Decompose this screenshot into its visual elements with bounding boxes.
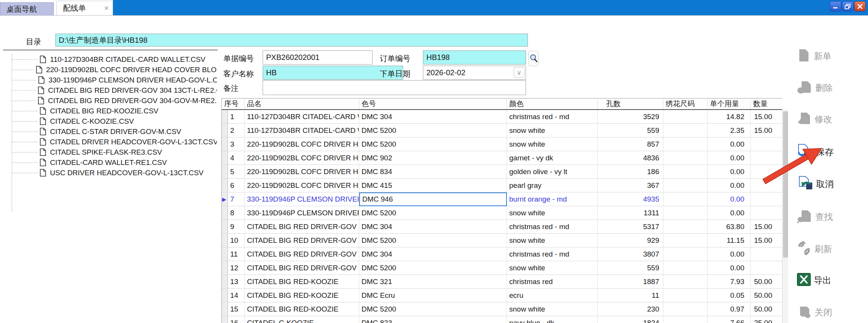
color-cell[interactable]: christmas red - md (507, 247, 598, 261)
color-cell[interactable]: snow white (507, 261, 598, 275)
tree-file-item[interactable]: CITADEL C-KOOZIE.CSV (3, 116, 217, 126)
name-cell[interactable]: 220-119D902BL COFC DRIVER HEAD (245, 179, 359, 192)
minimize-button[interactable] (830, 1, 841, 11)
qty-cell[interactable]: 50.00 (751, 275, 782, 289)
usage-cell[interactable]: 0.00 (708, 261, 751, 275)
name-cell[interactable]: 220-119D902BL COFC DRIVER HEAD (245, 165, 359, 179)
column-header-color[interactable]: 颜色 (507, 99, 598, 109)
holes-cell[interactable]: 559 (598, 124, 663, 137)
usage-cell[interactable]: 7.93 (708, 275, 751, 289)
seq-cell[interactable]: 14 (228, 289, 245, 302)
tab-desktop-nav[interactable]: 桌面导航 (0, 2, 54, 15)
colorno-cell[interactable]: DMC 415 (359, 179, 507, 192)
colorno-cell[interactable]: DMC 5200 (359, 302, 507, 316)
colorno-cell[interactable]: DMC 946 (359, 192, 507, 206)
column-header-colorno[interactable]: 色号 (359, 99, 507, 109)
tree-file-item[interactable]: 330-119D946P CLEMSON DRIVER HEAD-GOV-L.C… (3, 75, 217, 85)
chevron-down-icon[interactable]: ∨ (514, 67, 524, 78)
usage-cell[interactable]: 0.00 (708, 192, 751, 206)
qty-cell[interactable]: 15.00 (751, 110, 782, 124)
tree-file-item[interactable]: CITADEL C-STAR DRIVER-GOV-M.CSV (3, 126, 217, 137)
usage-cell[interactable]: 63.80 (708, 220, 751, 234)
colorno-cell[interactable]: DMC 5200 (359, 234, 507, 247)
table-row[interactable]: 13CITADEL BIG RED-KOOZIEDMC 321christmas… (222, 275, 782, 289)
holes-cell[interactable]: 4836 (598, 151, 663, 165)
close-button[interactable] (854, 1, 866, 11)
embsize-cell[interactable] (663, 165, 708, 179)
doc-no-input[interactable]: PXB260202001 (263, 50, 373, 65)
name-cell[interactable]: CITADEL BIG RED-KOOZIE (245, 302, 359, 316)
tree-file-item[interactable]: CITADEL DRIVER HEADCOVER-GOV-L-13CT.CSV (3, 137, 217, 147)
holes-cell[interactable]: 929 (598, 234, 663, 247)
usage-cell[interactable]: 0.00 (708, 137, 751, 151)
seq-cell[interactable]: 9 (228, 220, 245, 234)
usage-cell[interactable]: 0.00 (708, 151, 751, 165)
holes-cell[interactable]: 1824 (598, 316, 663, 323)
tree-file-item[interactable]: USC DRIVER HEADCOVER-GOV-L-13CT.CSV (3, 168, 217, 178)
holes-cell[interactable]: 11 (598, 289, 663, 302)
seq-cell[interactable]: 1 (228, 110, 245, 124)
new-doc-button[interactable]: 新单 (797, 48, 862, 65)
qty-cell[interactable] (751, 179, 782, 192)
colorno-cell[interactable]: DMC Ecru (359, 289, 507, 302)
cancel-button[interactable]: 取消 (797, 176, 862, 192)
seq-cell[interactable]: 7 (228, 192, 245, 206)
colorno-cell[interactable]: DMC 321 (359, 275, 507, 289)
tree-file-item[interactable]: CITADEL BIG RED DRIVER-GOV 304-GOV-M-RE2… (3, 95, 217, 106)
qty-cell[interactable]: 50.00 (751, 302, 782, 316)
embsize-cell[interactable] (663, 220, 708, 234)
table-row[interactable]: 12CITADEL BIG RED DRIVER-GOV 304-DMC 520… (222, 261, 782, 275)
delete-button[interactable]: 删除 (797, 79, 862, 96)
embsize-cell[interactable] (663, 179, 708, 192)
seq-cell[interactable]: 4 (228, 151, 245, 165)
column-header-qty[interactable]: 数量 (751, 99, 782, 109)
embsize-cell[interactable] (663, 124, 708, 137)
color-cell[interactable]: christmas red - md (507, 220, 598, 234)
table-row[interactable]: 9CITADEL BIG RED DRIVER-GOV 304DMC 304ch… (222, 220, 782, 234)
usage-cell[interactable]: 0.05 (708, 289, 751, 302)
tab-wiring-list[interactable]: 配线单 × (56, 1, 113, 15)
tree-file-item[interactable]: CITADEL-CARD WALLET-RE1.CSV (3, 157, 217, 168)
table-vertical-scrollbar[interactable] (782, 110, 788, 323)
embsize-cell[interactable] (663, 234, 708, 247)
column-header-usage[interactable]: 单个用量 (708, 99, 751, 109)
embsize-cell[interactable] (663, 137, 708, 151)
seq-cell[interactable]: 8 (228, 206, 245, 220)
color-cell[interactable]: snow white (507, 234, 598, 247)
order-date-combo[interactable]: 2026-02-02 ∨ (423, 66, 526, 80)
find-button[interactable]: 查找 (797, 208, 862, 225)
name-cell[interactable]: 220-119D902BL COFC DRIVER HEAD (245, 137, 359, 151)
table-row[interactable]: 1110-127D304BR CITADEL-CARD WALLETDMC 30… (222, 110, 782, 124)
usage-cell[interactable]: 2.35 (708, 124, 751, 137)
usage-cell[interactable]: 0.00 (708, 165, 751, 179)
qty-cell[interactable] (751, 165, 782, 179)
color-cell[interactable]: golden olive - vy lt (507, 165, 598, 179)
name-cell[interactable]: CITADEL BIG RED DRIVER-GOV 304- (245, 247, 359, 261)
qty-cell[interactable]: 50.00 (751, 289, 782, 302)
embsize-cell[interactable] (663, 247, 708, 261)
qty-cell[interactable] (751, 192, 782, 206)
colorno-cell[interactable]: DMC 834 (359, 165, 507, 179)
remark-input[interactable] (263, 80, 526, 95)
embsize-cell[interactable] (663, 192, 708, 206)
colorno-cell[interactable]: DMC 902 (359, 151, 507, 165)
name-cell[interactable]: 330-119D946P CLEMSON DRIVER H (245, 192, 359, 206)
color-cell[interactable]: ecru (507, 289, 598, 302)
column-header-embsize[interactable]: 绣花尺码 (663, 99, 708, 109)
order-search-button[interactable] (528, 51, 539, 66)
embsize-cell[interactable] (663, 261, 708, 275)
export-excel-button[interactable]: 导出 (797, 272, 862, 289)
color-cell[interactable]: christmas red (507, 275, 598, 289)
holes-cell[interactable]: 1311 (598, 206, 663, 220)
name-cell[interactable]: CITADEL C-KOOZIE (245, 316, 359, 323)
restore-button[interactable] (842, 1, 853, 11)
close-button[interactable]: 关闭 (797, 304, 862, 321)
tree-file-item[interactable]: CITADEL BIG RED DRIVER-GOV 304 13CT-L-RE… (3, 85, 217, 95)
usage-cell[interactable]: 0.00 (708, 179, 751, 192)
seq-cell[interactable]: 15 (228, 302, 245, 316)
seq-cell[interactable]: 3 (228, 137, 245, 151)
usage-cell[interactable]: 7.66 (708, 316, 751, 323)
name-cell[interactable]: 330-119D946P CLEMSON DRIVER H (245, 206, 359, 220)
holes-cell[interactable]: 186 (598, 165, 663, 179)
colorno-cell[interactable]: DMC 5200 (359, 137, 507, 151)
